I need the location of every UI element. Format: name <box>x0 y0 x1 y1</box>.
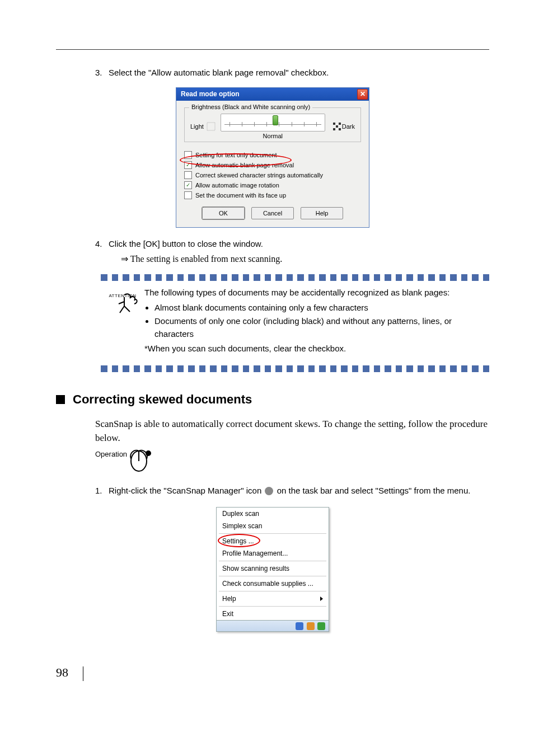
step-text: Right-click the "ScanSnap Manager" icon … <box>109 485 489 497</box>
step-4-result: ⇒ The setting is enabled from next scann… <box>121 253 489 264</box>
dialog-titlebar: Read mode option ✕ <box>176 88 369 101</box>
result-arrow-icon: ⇒ <box>121 254 128 264</box>
tray-icon <box>317 622 325 630</box>
close-button[interactable]: ✕ <box>357 89 368 100</box>
operation-label-text: Operation <box>95 450 127 458</box>
help-button[interactable]: Help <box>301 207 343 219</box>
attention-note: *When you scan such documents, clear the… <box>144 342 489 355</box>
group-legend: Brightness (Black and White scanning onl… <box>189 104 312 110</box>
section-heading: Correcting skewed documents <box>56 392 489 407</box>
opt-correct-skew[interactable]: Correct skewed character strings automat… <box>184 171 361 179</box>
svg-point-7 <box>146 451 151 456</box>
light-label: Light <box>190 123 204 130</box>
dark-label: Dark <box>342 123 355 130</box>
menu-separator <box>219 561 326 561</box>
step-text: Select the "Allow automatic blank page r… <box>109 67 489 79</box>
menu-help[interactable]: Help <box>217 593 329 605</box>
menu-separator <box>219 606 326 607</box>
svg-rect-2 <box>339 123 341 125</box>
read-mode-option-dialog: Read mode option ✕ Brightness (Black and… <box>176 87 369 228</box>
menu-separator <box>219 576 326 576</box>
brightness-slider[interactable] <box>221 114 325 132</box>
heading-text: Correcting skewed documents <box>73 392 252 407</box>
step-number: 1. <box>95 485 109 497</box>
cancel-button[interactable]: Cancel <box>251 207 294 219</box>
section-paragraph: ScanSnap is able to automatically correc… <box>95 417 489 445</box>
menu-separator <box>219 591 326 591</box>
menu-settings[interactable]: Settings ... <box>217 535 329 547</box>
annotation-circle <box>218 534 260 547</box>
checkbox[interactable] <box>184 171 192 179</box>
menu-profile-management[interactable]: Profile Management... <box>217 547 329 560</box>
context-menu: Duplex scan Simplex scan Settings ... Pr… <box>216 507 329 632</box>
attention-label: ATTENTION <box>101 293 144 298</box>
operation-icon: Operation <box>95 445 489 473</box>
tray-icon <box>307 622 315 630</box>
annotation-circle <box>180 153 292 167</box>
separator-top <box>101 274 489 281</box>
checkbox[interactable] <box>184 181 192 189</box>
page-number-area: 98 <box>56 665 489 681</box>
ok-button[interactable]: OK <box>202 207 245 219</box>
page-number: 98 <box>56 665 68 679</box>
brightness-group: Brightness (Black and White scanning onl… <box>184 107 361 142</box>
menu-simplex-scan[interactable]: Simplex scan <box>217 520 329 532</box>
step-text: Click the [OK] button to close the windo… <box>109 238 489 251</box>
opt-auto-rotation[interactable]: Allow automatic image rotation <box>184 181 361 189</box>
step-number: 3. <box>95 67 109 79</box>
menu-check-supplies[interactable]: Check consumable supplies ... <box>217 577 329 590</box>
top-rule <box>56 49 489 50</box>
system-tray <box>217 620 329 631</box>
normal-label: Normal <box>221 133 325 139</box>
checkbox[interactable] <box>184 191 192 199</box>
dialog-title: Read mode option <box>181 90 240 98</box>
submenu-arrow-icon <box>320 597 323 601</box>
step-4: 4. Click the [OK] button to close the wi… <box>95 238 489 251</box>
tray-icon <box>296 622 303 630</box>
svg-rect-0 <box>207 123 215 130</box>
step-1: 1. Right-click the "ScanSnap Manager" ic… <box>95 485 489 497</box>
opt-face-up[interactable]: Set the document with its face up <box>184 191 361 199</box>
menu-exit[interactable]: Exit <box>217 608 329 620</box>
attention-bullet: Almost blank documents containing only a… <box>154 302 489 314</box>
svg-rect-5 <box>339 128 341 130</box>
attention-block: ATTENTION The following types of documen… <box>101 287 489 355</box>
svg-rect-3 <box>336 125 338 128</box>
attention-bullet: Documents of only one color (including b… <box>154 315 489 340</box>
menu-duplex-scan[interactable]: Duplex scan <box>217 508 329 520</box>
dark-icon <box>332 121 342 132</box>
svg-rect-1 <box>333 123 335 125</box>
light-icon <box>206 121 216 132</box>
attention-intro: The following types of documents may be … <box>144 287 489 299</box>
page-tick <box>83 666 83 681</box>
separator-bottom <box>101 365 489 372</box>
step-number: 4. <box>95 238 109 251</box>
scansnap-manager-tray-icon <box>265 487 273 495</box>
menu-show-results[interactable]: Show scanning results <box>217 562 329 575</box>
step-3: 3. Select the "Allow automatic blank pag… <box>95 67 489 79</box>
heading-square-icon <box>56 395 65 404</box>
svg-rect-4 <box>333 128 335 130</box>
